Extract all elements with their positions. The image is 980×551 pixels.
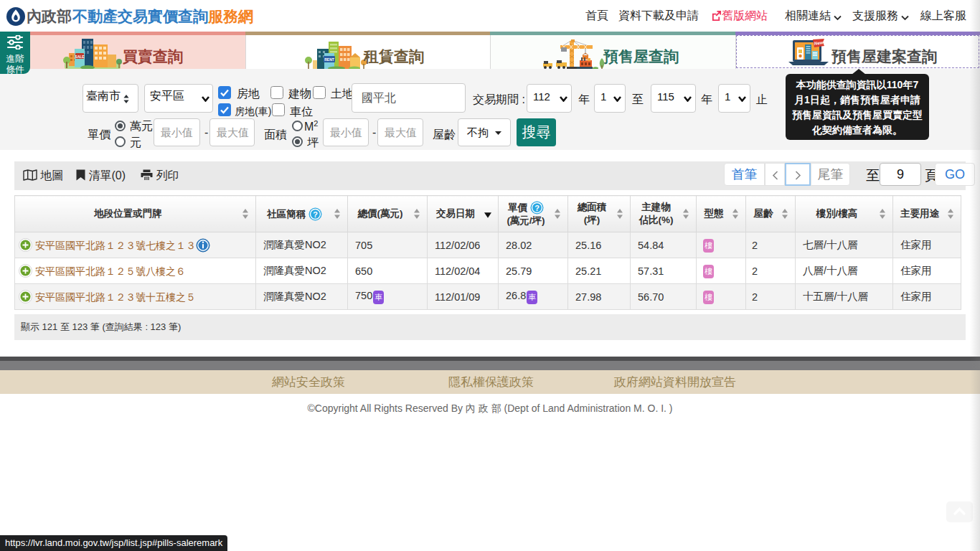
svg-text:SALE: SALE [75, 55, 85, 59]
svg-text:?: ? [534, 203, 540, 212]
svg-text:?: ? [313, 209, 318, 218]
svg-text:RENT: RENT [324, 57, 334, 62]
